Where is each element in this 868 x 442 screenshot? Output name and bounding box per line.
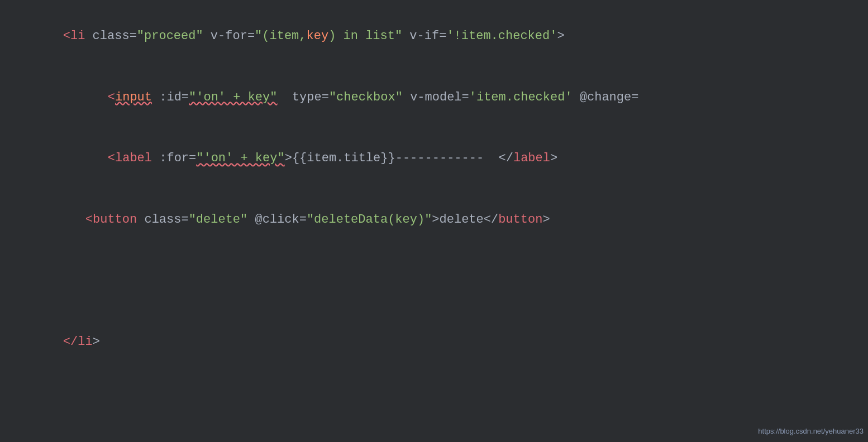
code-text: :for= — [152, 151, 196, 165]
code-editor: <li class="proceed" v-for="(item,key) in… — [0, 0, 868, 442]
code-line-2: <input :id="'on' + key" type="checkbox" … — [0, 67, 868, 128]
code-text: @click= — [247, 213, 307, 227]
attr-val-type: "checkbox" — [329, 90, 403, 104]
code-text: > — [542, 213, 550, 227]
code-line-4: <button class="delete" @click="deleteDat… — [0, 189, 868, 251]
tag-open: < — [85, 213, 93, 227]
tag-input: input — [115, 90, 152, 104]
tag-open: < — [63, 29, 70, 43]
code-text: > — [557, 29, 564, 43]
tag-open: < — [108, 151, 115, 165]
attr-val-model: 'item.checked' — [469, 90, 573, 104]
attr-val: "proceed" — [137, 29, 203, 43]
code-line-5: </li> — [0, 311, 868, 373]
tag-open: </ — [63, 335, 78, 349]
tag-name-button: button — [93, 213, 137, 227]
code-text: > — [550, 151, 557, 165]
code-text: >{{item.title}}------------ </ — [285, 151, 513, 165]
tag-open: < — [108, 90, 115, 104]
attr-val-sq: '!item.checked' — [446, 29, 557, 43]
code-text: class= — [137, 213, 188, 227]
code-text: v-model= — [403, 90, 469, 104]
code-text: class= — [85, 29, 136, 43]
tag-name-li-close: li — [78, 335, 92, 349]
attr-val-class: "delete" — [189, 213, 248, 227]
code-line-3: <label :for="'on' + key">{{item.title}}-… — [0, 128, 868, 189]
tag-close-label: label — [513, 151, 550, 165]
tag-name-label: label — [115, 151, 152, 165]
code-text: type= — [277, 90, 328, 104]
attr-val-for: "'on' + key" — [196, 151, 284, 165]
attr-val-id: "'on' + key" — [189, 90, 277, 104]
attr-val: ) in list" — [328, 29, 402, 43]
code-text: > — [93, 335, 100, 349]
code-text: :id= — [152, 90, 189, 104]
code-text: v-for= — [203, 29, 255, 43]
code-text: @change= — [573, 90, 639, 104]
code-line-empty2 — [0, 372, 868, 434]
code-line-6: </ul> — [0, 434, 868, 442]
attr-val: "(item, — [255, 29, 306, 43]
code-text: >delete</ — [432, 213, 498, 227]
attr-val-click: "deleteData(key)" — [307, 213, 432, 227]
attr-val-special: key — [307, 29, 329, 43]
tag-name: li — [70, 29, 85, 43]
code-line-1: <li class="proceed" v-for="(item,key) in… — [0, 6, 868, 67]
watermark: https://blog.csdn.net/yehuaner33 — [758, 426, 864, 438]
tag-close-button: button — [498, 213, 542, 227]
code-line-empty1 — [0, 250, 868, 311]
code-text: v-if= — [402, 29, 446, 43]
